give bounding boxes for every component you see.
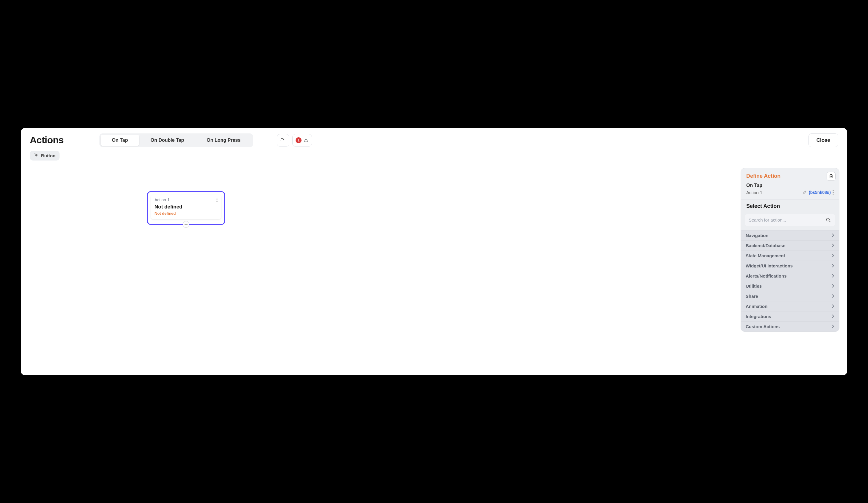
chevron-right-icon [831, 274, 834, 278]
more-vertical-icon [833, 190, 834, 195]
node-title: Not defined [155, 204, 218, 210]
category-list: Navigation Backend/Database State Manage… [741, 230, 839, 331]
rename-action-button[interactable] [802, 190, 807, 195]
category-label: Integrations [746, 314, 771, 319]
paste-action-button[interactable] [827, 172, 836, 181]
category-share[interactable]: Share [741, 291, 839, 301]
select-action-title: Select Action [741, 199, 839, 212]
category-state-management[interactable]: State Management [741, 250, 839, 260]
svg-point-2 [216, 199, 217, 200]
chevron-right-icon [831, 233, 834, 237]
search-icon [825, 217, 831, 223]
chevron-right-icon [831, 264, 834, 268]
category-label: State Management [746, 253, 785, 258]
actions-editor-window: Actions On Tap On Double Tap On Long Pre… [21, 128, 847, 375]
more-vertical-icon [216, 197, 218, 202]
action-menu-button[interactable] [833, 190, 834, 195]
svg-point-6 [833, 190, 834, 191]
clipboard-plus-icon [829, 174, 834, 179]
search-input[interactable] [748, 217, 825, 223]
category-utilities[interactable]: Utilities [741, 281, 839, 291]
panel-title: Define Action [746, 173, 834, 179]
panel-event: On Tap [746, 183, 834, 188]
chevron-right-icon [831, 304, 834, 308]
panel-action-row: Action 1 (bs5nk08u) [746, 190, 834, 195]
node-subtitle: Not defined [155, 211, 218, 216]
category-animation[interactable]: Animation [741, 301, 839, 311]
category-label: Custom Actions [746, 324, 779, 329]
category-label: Alerts/Notifications [746, 274, 787, 278]
category-label: Backend/Database [746, 243, 785, 248]
define-action-panel: Define Action On Tap Action 1 (b [741, 168, 839, 332]
category-label: Navigation [746, 233, 768, 238]
chevron-right-icon [831, 243, 834, 247]
svg-point-3 [216, 201, 217, 202]
svg-point-1 [216, 197, 217, 198]
action-node[interactable]: Action 1 Not defined Not defined [147, 191, 225, 225]
svg-point-8 [833, 194, 834, 194]
add-action-button[interactable] [183, 221, 189, 227]
category-label: Animation [746, 304, 767, 309]
category-widget-ui-interactions[interactable]: Widget/UI Interactions [741, 260, 839, 271]
chevron-right-icon [831, 294, 834, 298]
category-alerts-notifications[interactable]: Alerts/Notifications [741, 271, 839, 281]
svg-point-7 [833, 192, 834, 193]
category-custom-actions[interactable]: Custom Actions [741, 321, 839, 331]
plus-icon [184, 223, 188, 226]
node-menu-button[interactable] [216, 197, 218, 202]
category-integrations[interactable]: Integrations [741, 311, 839, 321]
chevron-right-icon [831, 314, 834, 318]
chevron-right-icon [831, 324, 834, 328]
node-label: Action 1 [155, 197, 170, 202]
action-id[interactable]: (bs5nk08u) [809, 190, 831, 195]
category-label: Widget/UI Interactions [746, 263, 793, 268]
chevron-right-icon [831, 284, 834, 288]
category-backend-database[interactable]: Backend/Database [741, 240, 839, 250]
pencil-icon [802, 190, 807, 195]
category-navigation[interactable]: Navigation [741, 230, 839, 240]
select-action-section: Select Action Navigation Backend/ [741, 199, 839, 332]
svg-point-9 [826, 218, 829, 221]
chevron-right-icon [831, 254, 834, 258]
flow-canvas[interactable]: Action 1 Not defined Not defined [21, 128, 847, 375]
category-label: Share [746, 294, 758, 299]
panel-header: Define Action On Tap Action 1 (b [741, 168, 839, 199]
panel-action-name: Action 1 [746, 190, 800, 195]
category-label: Utilities [746, 284, 762, 289]
search-input-wrap [745, 214, 835, 226]
